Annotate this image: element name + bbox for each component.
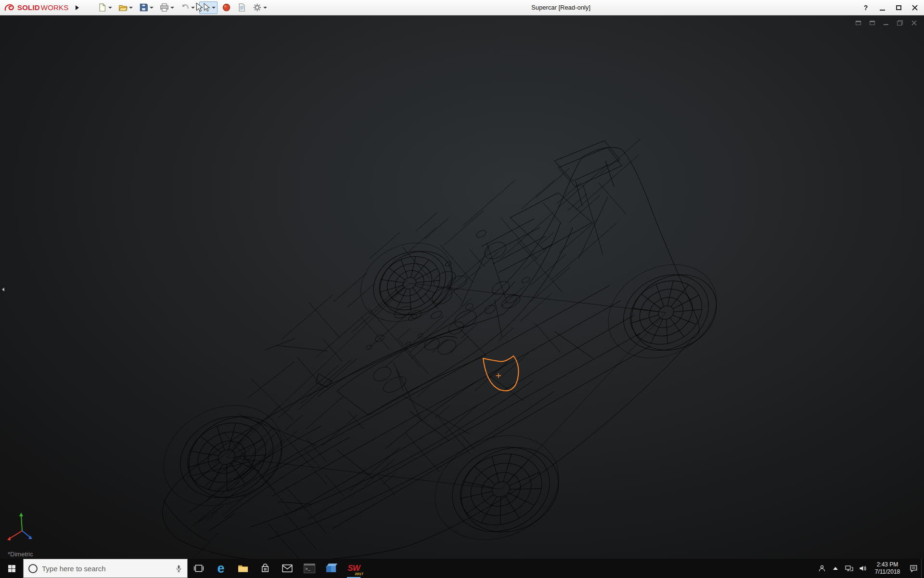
document-window-controls xyxy=(853,18,919,27)
people-button[interactable] xyxy=(815,559,829,578)
cortana-icon xyxy=(28,564,38,573)
new-document-button[interactable] xyxy=(96,1,114,14)
network-icon xyxy=(845,565,853,572)
rebuild-icon xyxy=(222,3,231,12)
minimize-icon xyxy=(880,10,885,11)
undo-button[interactable] xyxy=(179,1,197,14)
save-floppy-icon xyxy=(139,3,148,12)
dropdown-arrow-icon[interactable] xyxy=(108,7,112,9)
file-properties-icon xyxy=(237,3,246,12)
standard-toolbar xyxy=(96,1,269,14)
mail-button[interactable] xyxy=(276,559,298,578)
open-folder-icon xyxy=(118,3,128,12)
car-wireframe xyxy=(0,15,924,559)
dropdown-arrow-icon[interactable] xyxy=(191,7,195,9)
speaker-icon xyxy=(859,565,867,572)
new-document-icon xyxy=(98,3,107,12)
view-orientation-label: *Dimetric xyxy=(8,551,33,558)
help-button[interactable]: ? xyxy=(858,0,874,15)
dropdown-arrow-icon[interactable] xyxy=(263,7,267,9)
open-button[interactable] xyxy=(116,1,135,14)
cube-app-icon xyxy=(326,563,337,574)
select-cursor-icon xyxy=(201,3,210,12)
doc-window-icon-2[interactable] xyxy=(867,18,877,27)
window-title: Supercar [Read-only] xyxy=(531,0,590,15)
rebuild-button[interactable] xyxy=(220,1,233,14)
system-tray: 2:43 PM 7/11/2018 xyxy=(815,559,924,578)
logo-text-solid: SOLID xyxy=(17,3,40,12)
close-button[interactable] xyxy=(907,0,923,15)
maximize-icon xyxy=(896,5,901,10)
doc-minimize-button[interactable] xyxy=(881,18,891,27)
doc-restore-button[interactable] xyxy=(895,18,905,27)
windows-logo-icon xyxy=(8,565,16,573)
close-icon xyxy=(912,5,918,11)
mail-icon xyxy=(282,564,293,573)
ds-logo-icon xyxy=(4,3,16,12)
options-button[interactable] xyxy=(251,1,269,14)
edge-button[interactable]: e xyxy=(210,559,232,578)
store-button[interactable] xyxy=(254,559,276,578)
file-explorer-button[interactable] xyxy=(232,559,254,578)
options-gear-icon xyxy=(253,3,262,12)
menu-expand-arrow[interactable] xyxy=(73,1,82,14)
cube-app-button[interactable] xyxy=(321,559,343,578)
clock-date: 7/11/2018 xyxy=(875,568,900,576)
microphone-icon[interactable] xyxy=(175,565,182,573)
titlebar: SOLIDWORKS xyxy=(0,0,924,15)
start-button[interactable] xyxy=(0,559,23,578)
file-explorer-icon xyxy=(237,564,249,573)
dropdown-arrow-icon[interactable] xyxy=(129,7,133,9)
task-view-button[interactable] xyxy=(188,559,210,578)
minimize-button[interactable] xyxy=(874,0,890,15)
solidworks-logo: SOLIDWORKS xyxy=(0,3,69,12)
graphics-area[interactable]: *Dimetric xyxy=(0,15,924,559)
action-center-icon xyxy=(910,565,918,573)
terminal-icon: >_ xyxy=(304,564,315,573)
reference-triad xyxy=(7,512,32,540)
store-icon xyxy=(260,564,270,573)
task-view-icon xyxy=(193,564,204,573)
search-input[interactable] xyxy=(42,565,171,573)
clock-time: 2:43 PM xyxy=(877,561,898,568)
maximize-button[interactable] xyxy=(890,0,907,15)
solidworks-taskbar-button[interactable]: SW 2017 xyxy=(343,559,365,578)
doc-minimize-icon xyxy=(884,24,888,25)
dropdown-arrow-icon[interactable] xyxy=(212,7,216,9)
taskbar-clock[interactable]: 2:43 PM 7/11/2018 xyxy=(869,559,906,578)
doc-restore-icon xyxy=(897,20,903,26)
network-button[interactable] xyxy=(842,559,856,578)
windows-taskbar: e >_ SW 2017 xyxy=(0,559,924,578)
doc-window-icon-1[interactable] xyxy=(853,18,863,27)
doc-close-icon xyxy=(911,20,917,26)
edge-icon: e xyxy=(217,562,224,575)
chevron-up-icon xyxy=(833,567,838,570)
action-center-button[interactable] xyxy=(906,559,921,578)
taskbar-search-box[interactable] xyxy=(23,559,188,578)
select-button[interactable] xyxy=(199,1,218,14)
undo-icon xyxy=(180,3,190,12)
show-desktop-button[interactable] xyxy=(921,559,924,578)
solidworks-year-label: 2017 xyxy=(355,572,363,576)
save-button[interactable] xyxy=(137,1,155,14)
terminal-button[interactable]: >_ xyxy=(298,559,321,578)
dropdown-arrow-icon[interactable] xyxy=(150,7,154,9)
featuremanager-flyout-arrow[interactable] xyxy=(0,283,6,296)
people-icon xyxy=(818,565,826,572)
logo-text-works: WORKS xyxy=(41,3,69,12)
show-hidden-icons-button[interactable] xyxy=(829,559,842,578)
print-button[interactable] xyxy=(158,1,176,14)
window-controls: ? xyxy=(858,0,923,15)
print-icon xyxy=(160,3,169,12)
doc-close-button[interactable] xyxy=(909,18,919,27)
volume-button[interactable] xyxy=(856,559,869,578)
dropdown-arrow-icon[interactable] xyxy=(170,7,174,9)
file-properties-button[interactable] xyxy=(235,1,248,14)
